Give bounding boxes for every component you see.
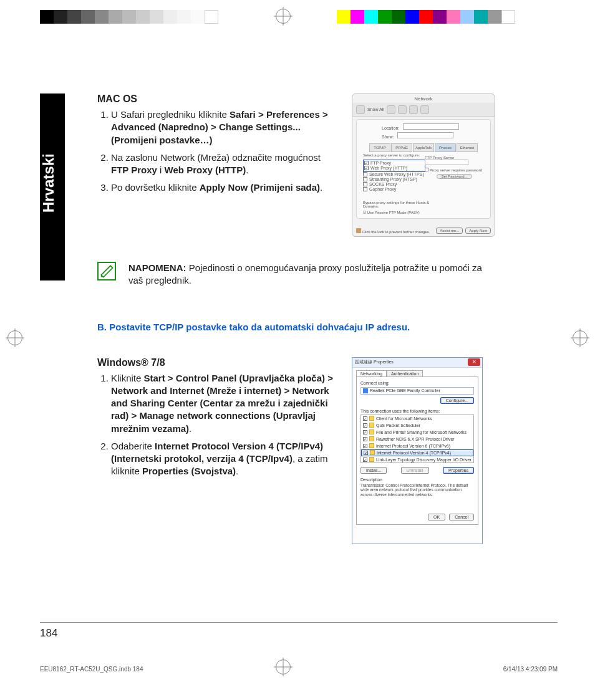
tab-active[interactable]: Proxies	[435, 143, 456, 152]
text: Po dovršetku kliknite	[111, 182, 200, 193]
proxy-item[interactable]: Gopher Proxy	[369, 187, 396, 191]
uninstall-button[interactable]: Uninstall	[401, 467, 429, 474]
assist-button[interactable]: Assist me...	[436, 228, 463, 234]
tab[interactable]: PPPoE	[391, 143, 412, 152]
show-select[interactable]	[397, 132, 453, 138]
server-input[interactable]	[425, 160, 468, 165]
toolbar-icon[interactable]	[398, 105, 407, 114]
mac-toolbar: Show All	[352, 103, 495, 117]
crosshair-icon	[573, 330, 588, 345]
mac-tabs: TCP/IP PPPoE AppleTalk Proxies Ethernet	[369, 143, 478, 152]
list-item[interactable]: File and Printer Sharing for Microsoft N…	[376, 430, 467, 434]
label: Proxy server requires password	[430, 168, 482, 172]
page-content: Hrvatski MAC OS U Safari pregledniku kli…	[40, 93, 558, 611]
adapter-field: Realtek PCIe GBE Family Controller	[360, 387, 474, 395]
macos-step-2: Na zaslonu Network (Mreža) odznačite mog…	[111, 151, 341, 177]
tab[interactable]: Ethernet	[457, 143, 478, 152]
text-bold: FTP Proxy	[111, 165, 157, 175]
proxy-item[interactable]: Web Proxy (HTTP)	[370, 166, 407, 170]
windows-properties-screenshot: 區域連線 Properties ✕ Networking Authenticat…	[352, 357, 483, 544]
set-password-button[interactable]: Set Password...	[437, 174, 472, 179]
ok-button[interactable]: OK	[428, 514, 445, 520]
toolbar-icon[interactable]	[387, 105, 395, 114]
crosshair-icon	[276, 659, 291, 674]
proxy-item[interactable]: FTP Proxy	[370, 161, 391, 165]
macos-step-3: Po dovršetku kliknite Apply Now (Primije…	[111, 181, 341, 194]
section-b-heading: B. Postavite TCP/IP postavke tako da aut…	[97, 322, 558, 332]
list-item-selected[interactable]: Internet Protocol Version 4 (TCP/IPv4)	[377, 451, 451, 455]
mac-proxy-list: ✓FTP Proxy ✓Web Proxy (HTTP) Secure Web …	[363, 160, 425, 192]
crosshair-icon	[276, 9, 291, 24]
pasv-checkbox[interactable]: ☑ Use Passive FTP Mode (PASV)	[363, 210, 420, 214]
proxy-item[interactable]: SOCKS Proxy	[369, 182, 397, 186]
text: .	[320, 182, 322, 193]
description-text: Transmission Control Protocol/Internet P…	[360, 483, 474, 497]
crosshair-icon	[7, 330, 22, 345]
location-select[interactable]	[403, 123, 459, 130]
checkbox[interactable]: ✓	[364, 161, 369, 165]
close-icon[interactable]: ✕	[468, 358, 480, 366]
text-bold: Properties (Svojstva)	[142, 466, 236, 476]
win-items-list[interactable]: ✓Client for Microsoft Networks ✓QoS Pack…	[360, 415, 474, 463]
windows-step-2: Odaberite Internet Protocol Version 4 (T…	[111, 440, 341, 478]
text-bold: Start > Control Panel (Upravljačka ploča…	[111, 373, 333, 434]
text-bold: Apply Now (Primijeni sada)	[200, 182, 320, 193]
macos-network-screenshot: Network Show All Location: Show:	[352, 93, 495, 237]
nic-icon	[363, 388, 368, 393]
macos-steps: U Safari pregledniku kliknite Safari > P…	[97, 108, 341, 194]
note-block: NAPOMENA: Pojedinosti o onemogućavanja p…	[97, 262, 558, 287]
text: .	[246, 165, 248, 175]
text: Odaberite	[111, 441, 155, 451]
lock-icon[interactable]	[356, 228, 361, 233]
list-item[interactable]: Internet Protocol Version 6 (TCP/IPv6)	[376, 444, 450, 448]
toolbar-icon[interactable]	[409, 105, 418, 114]
list-item[interactable]: QoS Packet Scheduler	[376, 423, 420, 428]
text: i	[157, 165, 165, 175]
toolbar-item[interactable]: Show All	[367, 107, 384, 112]
list-item[interactable]: Link-Layer Topology Discovery Mapper I/O…	[376, 458, 472, 462]
windows-step-1: Kliknite Start > Control Panel (Upravlja…	[111, 372, 341, 435]
text-bold: Web Proxy (HTTP)	[165, 165, 246, 175]
macos-heading: MAC OS	[97, 93, 341, 105]
configure-label: Select a proxy server to configure:	[363, 153, 420, 157]
windows-steps: Kliknite Start > Control Panel (Upravlja…	[97, 372, 341, 478]
lock-text: Click the lock to prevent further change…	[362, 230, 430, 234]
checkbox[interactable]: ✓	[364, 166, 369, 170]
tab-networking[interactable]: Networking	[356, 370, 387, 376]
list-item[interactable]: Client for Microsoft Networks	[376, 416, 432, 421]
tab-authentication[interactable]: Authentication	[387, 370, 423, 376]
footer-timestamp: 6/14/13 4:23:09 PM	[503, 666, 558, 673]
checkbox[interactable]	[363, 177, 367, 181]
footer-filename: EEU8162_RT-AC52U_QSG.indb 184	[40, 666, 143, 673]
win-title-text: 區域連線 Properties	[355, 359, 394, 365]
page-number: 184	[40, 627, 57, 640]
properties-button[interactable]: Properties	[443, 467, 474, 474]
list-item[interactable]: Rawether NDIS 6.X SPR Protocol Driver	[376, 437, 455, 441]
mac-proxy-server: FTP Proxy Server Proxy server requires p…	[425, 156, 484, 179]
checkbox[interactable]	[363, 187, 367, 191]
language-tab: Hrvatski	[40, 93, 65, 280]
tab[interactable]: TCP/IP	[369, 143, 390, 152]
note-icon	[97, 262, 116, 280]
items-label: This connection uses the following items…	[360, 409, 474, 413]
install-button[interactable]: Install...	[360, 467, 387, 474]
checkbox[interactable]	[363, 182, 367, 186]
proxy-item[interactable]: Streaming Proxy (RTSP)	[369, 177, 417, 181]
cancel-button[interactable]: Cancel	[449, 514, 474, 520]
connect-using-label: Connect using:	[360, 381, 474, 385]
win-tabs: Networking Authentication	[356, 370, 482, 376]
toolbar-icon[interactable]	[356, 105, 365, 114]
macos-step-1: U Safari pregledniku kliknite Safari > P…	[111, 108, 341, 146]
checkbox[interactable]	[363, 172, 367, 176]
apply-now-button[interactable]: Apply Now	[465, 228, 491, 234]
tab[interactable]: AppleTalk	[413, 143, 434, 152]
proxy-item[interactable]: Secure Web Proxy (HTTPS)	[369, 172, 424, 176]
label: Location:	[382, 126, 399, 130]
label: Show:	[382, 135, 394, 139]
toolbar-icon[interactable]	[420, 105, 429, 114]
text: .	[189, 423, 191, 434]
mac-location-row: Location: Show:	[382, 123, 459, 139]
configure-button[interactable]: Configure...	[440, 397, 474, 404]
win-titlebar: 區域連線 Properties ✕	[352, 358, 482, 368]
description-label: Description	[360, 477, 474, 482]
